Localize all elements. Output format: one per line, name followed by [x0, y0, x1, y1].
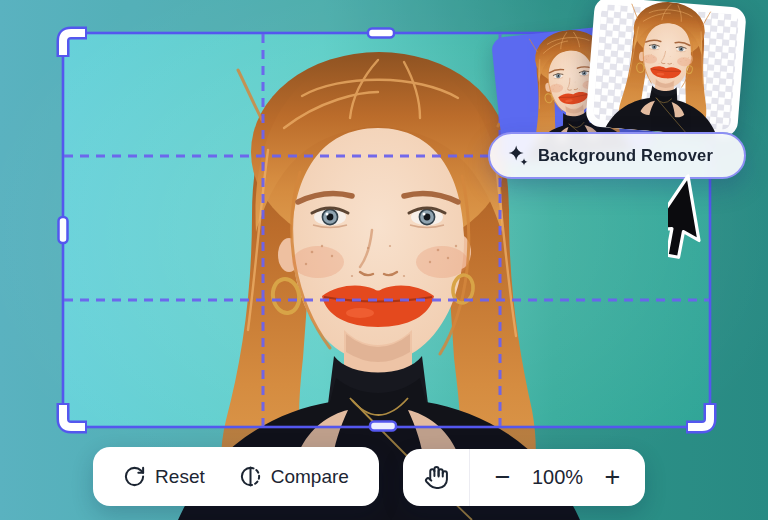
editor-canvas: Background Remover Reset Compare	[0, 0, 768, 520]
sparkles-icon	[506, 144, 529, 167]
crop-handle-bottom[interactable]	[370, 422, 396, 431]
crop-handle-bottom-right[interactable]	[686, 403, 710, 427]
zoom-toolbar: − 100% +	[403, 449, 645, 506]
reset-label: Reset	[155, 466, 205, 488]
zoom-out-button[interactable]: −	[493, 464, 513, 491]
crop-handle-top[interactable]	[368, 29, 394, 38]
compare-contrast-icon	[239, 465, 262, 488]
cursor-arrow-icon	[668, 166, 768, 266]
thumbnail-portrait-cutout	[585, 0, 747, 138]
compare-label: Compare	[271, 466, 349, 488]
zoom-level-value: 100%	[530, 466, 586, 489]
thumbnail-card-cutout[interactable]	[585, 0, 747, 138]
background-remover-label: Background Remover	[538, 146, 713, 165]
crop-handle-bottom-left[interactable]	[63, 403, 87, 427]
edit-toolbar: Reset Compare	[93, 447, 379, 506]
hand-pan-icon	[424, 465, 449, 490]
crop-handle-top-left[interactable]	[63, 33, 87, 57]
compare-button[interactable]: Compare	[239, 465, 349, 488]
reset-rotate-icon	[123, 465, 146, 488]
zoom-in-button[interactable]: +	[603, 464, 623, 491]
pan-hand-button[interactable]	[424, 465, 449, 490]
crop-handle-left[interactable]	[59, 217, 68, 243]
reset-button[interactable]: Reset	[123, 465, 205, 488]
